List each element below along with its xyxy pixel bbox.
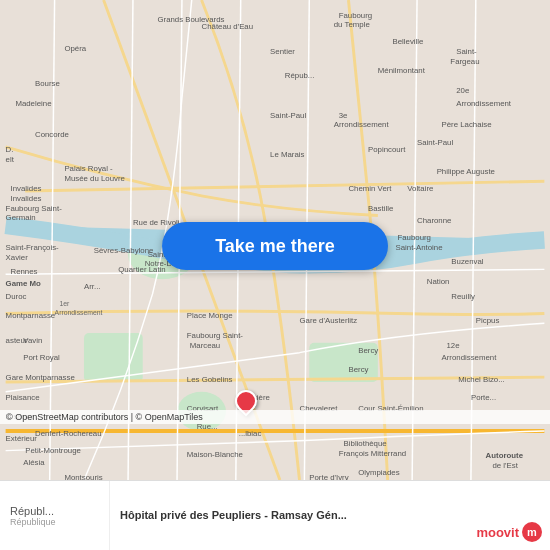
svg-text:Saint-François-: Saint-François- xyxy=(6,243,59,252)
svg-text:Musée du Louvre: Musée du Louvre xyxy=(64,174,125,183)
svg-text:Philippe Auguste: Philippe Auguste xyxy=(437,167,495,176)
svg-text:Montparnasse: Montparnasse xyxy=(6,311,56,320)
svg-text:Palais Royal -: Palais Royal - xyxy=(64,164,113,173)
moovit-icon-letter: m xyxy=(527,526,537,538)
moovit-logo: moovit m xyxy=(476,522,542,542)
svg-text:Marceau: Marceau xyxy=(190,341,220,350)
svg-text:Gare d'Austerlitz: Gare d'Austerlitz xyxy=(299,316,357,325)
svg-text:Place Monge: Place Monge xyxy=(187,311,233,320)
take-me-there-button[interactable]: Take me there xyxy=(162,222,388,270)
svg-text:Faubourg Saint-: Faubourg Saint- xyxy=(187,331,244,340)
svg-text:Plaisance: Plaisance xyxy=(6,393,40,402)
svg-text:Bercy: Bercy xyxy=(358,346,378,355)
svg-text:Arr...: Arr... xyxy=(84,282,101,291)
svg-text:Voltaire: Voltaire xyxy=(407,184,433,193)
svg-text:Saint-Antoine: Saint-Antoine xyxy=(395,243,442,252)
svg-text:Répub...: Répub... xyxy=(285,71,315,80)
svg-text:asteur: asteur xyxy=(6,336,28,345)
svg-text:Extérieur: Extérieur xyxy=(6,434,38,443)
svg-text:Faubourg: Faubourg xyxy=(339,11,373,20)
svg-text:Belleville: Belleville xyxy=(393,37,424,46)
app-container: Madeleine Château d'Eau Grands Boulevard… xyxy=(0,0,550,550)
svg-text:Nation: Nation xyxy=(427,277,450,286)
svg-text:Invalides: Invalides xyxy=(11,194,42,203)
svg-text:D.: D. xyxy=(6,145,14,154)
svg-text:Denfert-Rochereau: Denfert-Rochereau xyxy=(35,429,102,438)
svg-text:Reuilly: Reuilly xyxy=(451,292,475,301)
svg-text:Madeleine: Madeleine xyxy=(15,99,51,108)
svg-text:Concorde: Concorde xyxy=(35,130,69,139)
svg-text:Saint-Paul: Saint-Paul xyxy=(270,111,306,120)
svg-text:Chemin Vert: Chemin Vert xyxy=(348,184,392,193)
svg-text:Olympiades: Olympiades xyxy=(358,468,399,477)
svg-text:Château d'Eau: Château d'Eau xyxy=(202,22,254,31)
map-attribution: © OpenStreetMap contributors | © OpenMap… xyxy=(0,410,550,424)
svg-text:Invalides: Invalides xyxy=(11,184,42,193)
svg-text:de l'Est: de l'Est xyxy=(492,461,518,470)
svg-text:du Temple: du Temple xyxy=(334,20,370,29)
destination-pin xyxy=(235,390,257,412)
svg-text:Faubourg: Faubourg xyxy=(397,233,431,242)
svg-text:Saint-Paul: Saint-Paul xyxy=(417,138,453,147)
svg-text:Montsouris: Montsouris xyxy=(64,473,102,480)
svg-text:Bourse: Bourse xyxy=(35,79,60,88)
svg-text:Charonne: Charonne xyxy=(417,216,451,225)
svg-text:Porte...: Porte... xyxy=(471,393,496,402)
map-area: Madeleine Château d'Eau Grands Boulevard… xyxy=(0,0,550,480)
svg-text:Les Gobelins: Les Gobelins xyxy=(187,375,233,384)
svg-text:...lbiac: ...lbiac xyxy=(239,429,262,438)
svg-text:Arrondissement: Arrondissement xyxy=(442,353,498,362)
origin-section: Républ... République xyxy=(0,481,110,550)
svg-text:Opéra: Opéra xyxy=(64,44,86,53)
attribution-text: © OpenStreetMap contributors | © OpenMap… xyxy=(6,412,203,422)
svg-text:Petit-Montrouge: Petit-Montrouge xyxy=(25,446,81,455)
svg-text:Arrondissement: Arrondissement xyxy=(334,120,390,129)
bottom-bar: Républ... République Hôpital privé des P… xyxy=(0,480,550,550)
svg-text:Bercy: Bercy xyxy=(348,365,368,374)
origin-sublabel: République xyxy=(10,517,99,527)
svg-text:Arrondissement: Arrondissement xyxy=(456,99,512,108)
svg-text:Le Marais: Le Marais xyxy=(270,150,304,159)
svg-text:Alésia: Alésia xyxy=(23,458,45,467)
svg-text:Bastille: Bastille xyxy=(368,204,393,213)
svg-text:Ménilmontant: Ménilmontant xyxy=(378,66,426,75)
origin-label: Républ... xyxy=(10,505,99,517)
svg-text:François Mitterrand: François Mitterrand xyxy=(339,449,406,458)
svg-text:Sentier: Sentier xyxy=(270,47,295,56)
svg-text:Saint-: Saint- xyxy=(456,47,477,56)
svg-text:20e: 20e xyxy=(456,86,469,95)
svg-text:Buzenval: Buzenval xyxy=(451,257,483,266)
moovit-text: moovit xyxy=(476,525,519,540)
svg-text:Popincourt: Popincourt xyxy=(368,145,406,154)
svg-text:Grands Boulevards: Grands Boulevards xyxy=(157,15,224,24)
svg-text:Autoroute: Autoroute xyxy=(486,451,524,460)
svg-text:1er: 1er xyxy=(59,300,70,307)
svg-text:elt: elt xyxy=(6,155,15,164)
svg-text:Porte d'Ivry: Porte d'Ivry xyxy=(309,473,348,480)
svg-text:3e: 3e xyxy=(339,111,348,120)
svg-text:Bibliothèque: Bibliothèque xyxy=(344,439,387,448)
svg-text:Maison-Blanche: Maison-Blanche xyxy=(187,450,243,459)
svg-text:Rennes: Rennes xyxy=(11,267,38,276)
svg-text:Faubourg Saint-: Faubourg Saint- xyxy=(6,204,63,213)
svg-text:Germain: Germain xyxy=(6,213,36,222)
moovit-icon: m xyxy=(522,522,542,542)
svg-text:Fargeau: Fargeau xyxy=(450,57,479,66)
svg-text:Arrondissement: Arrondissement xyxy=(55,309,103,316)
svg-text:Port Royal: Port Royal xyxy=(23,353,60,362)
svg-text:12e: 12e xyxy=(446,341,459,350)
svg-text:Xavier: Xavier xyxy=(6,253,29,262)
svg-text:Game Mo: Game Mo xyxy=(6,279,41,288)
svg-text:Père Lachaise: Père Lachaise xyxy=(442,120,492,129)
svg-text:Picpus: Picpus xyxy=(476,316,500,325)
destination-label: Hôpital privé des Peupliers - Ramsay Gén… xyxy=(120,508,347,522)
svg-text:Duroc: Duroc xyxy=(6,292,27,301)
svg-text:Gare Montparnasse: Gare Montparnasse xyxy=(6,373,75,382)
svg-text:Sèvres-Babylone: Sèvres-Babylone xyxy=(94,246,154,255)
svg-text:Michel Bizo...: Michel Bizo... xyxy=(458,375,505,384)
